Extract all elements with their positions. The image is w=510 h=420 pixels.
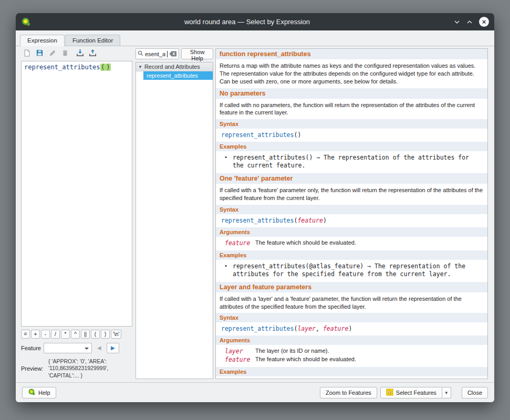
titlebar[interactable]: world round area — Select by Expression … — [16, 13, 494, 30]
select-features-split-button: Select Features ▾ — [380, 387, 451, 398]
syntax-label: Syntax — [216, 205, 487, 214]
function-help-panel: function represent_attributes Returns a … — [215, 48, 488, 379]
expression-code-editor[interactable]: represent_attributes() — [21, 61, 132, 327]
desktop: { "colors": { "titlebar_bg": "#31363b", … — [0, 0, 510, 420]
text-caret — [167, 51, 168, 57]
expression-toolbar — [21, 48, 132, 61]
next-arrow-icon: ▶ — [111, 345, 115, 351]
section-description: If called with no parameters, the functi… — [216, 100, 487, 119]
feature-combobox[interactable] — [44, 343, 92, 353]
function-tree[interactable]: ▼ Record and Attributes represent_attrib… — [136, 62, 213, 379]
delete-expression-button[interactable] — [59, 48, 70, 59]
argument-description: The layer (or its ID or name). — [255, 348, 484, 355]
operator-concat-button[interactable]: || — [81, 330, 90, 339]
help-button-label: Help — [38, 390, 50, 396]
examples-label: Examples — [216, 250, 487, 260]
trash-icon — [61, 49, 69, 58]
close-icon: × — [482, 18, 486, 26]
argument-row: layer The layer (or its ID or name). — [220, 347, 484, 355]
close-window-button[interactable]: × — [479, 17, 489, 27]
new-expression-button[interactable] — [22, 48, 33, 59]
select-features-button[interactable]: Select Features — [380, 387, 442, 398]
operator-multiply-button[interactable]: * — [61, 330, 70, 339]
search-icon — [138, 50, 143, 57]
select-features-dropdown-button[interactable]: ▾ — [442, 387, 451, 398]
argument-name: feature — [220, 239, 255, 247]
search-input[interactable]: esent_a — [136, 48, 179, 59]
save-icon — [36, 49, 44, 58]
export-up-arrow-icon — [89, 49, 97, 58]
new-file-icon — [23, 49, 31, 59]
chevron-up-icon[interactable] — [466, 20, 473, 24]
preview-row: Preview: { 'APPROX': '0', 'AREA': '110,8… — [21, 358, 132, 379]
argument-name: feature — [220, 356, 255, 363]
tree-group-record-and-attributes[interactable]: ▼ Record and Attributes — [136, 62, 213, 71]
tab-expression[interactable]: Expression — [20, 35, 65, 46]
operator-newline-button[interactable]: '\n' — [111, 330, 121, 339]
feature-row: Feature ◀ ▶ — [21, 343, 132, 353]
edit-expression-button[interactable] — [47, 48, 58, 59]
show-help-button[interactable]: Show Help — [181, 48, 213, 59]
preview-value: { 'APPROX': '0', 'AREA': '110,8639582319… — [48, 358, 123, 379]
chevron-down-icon[interactable] — [454, 20, 460, 24]
section-heading: One 'feature' parameter — [216, 173, 487, 184]
import-down-arrow-icon — [76, 49, 84, 58]
argument-row: feature The feature which should be eval… — [220, 239, 484, 247]
prev-arrow-icon: ◀ — [97, 345, 101, 351]
section-description: If called with a 'layer' and a 'feature'… — [216, 293, 487, 312]
dropdown-arrow-icon: ▾ — [445, 390, 448, 395]
operator-buttons: = + - / * ^ || ( ) '\n' — [21, 330, 132, 339]
help-content[interactable]: function represent_attributes Returns a … — [215, 48, 488, 379]
import-expressions-button[interactable] — [75, 48, 86, 59]
pencil-icon — [49, 49, 56, 58]
next-feature-button[interactable]: ▶ — [107, 343, 119, 353]
help-icon — [28, 388, 36, 397]
example-item: represent_attributes(@atlas_feature) → T… — [216, 261, 487, 281]
operator-close-paren-button[interactable]: ) — [101, 330, 110, 339]
examples-label: Examples — [216, 142, 487, 151]
operator-plus-button[interactable]: + — [31, 330, 40, 339]
tab-function-editor[interactable]: Function Editor — [65, 35, 120, 46]
argument-name: layer — [220, 348, 255, 355]
operator-equals-button[interactable]: = — [21, 330, 30, 339]
window-title: world round area — Select by Expression — [47, 18, 447, 26]
tree-item-represent-attributes[interactable]: represent_attributes — [143, 71, 213, 80]
close-button[interactable]: Close — [462, 387, 488, 398]
select-features-label: Select Features — [396, 390, 436, 396]
operator-power-button[interactable]: ^ — [71, 330, 80, 339]
argument-row: feature The feature which should be eval… — [220, 355, 484, 364]
zoom-to-features-button[interactable]: Zoom to Features — [320, 387, 377, 398]
tree-expander-icon[interactable]: ▼ — [138, 65, 142, 69]
export-expressions-button[interactable] — [87, 48, 98, 59]
arguments-table: layer The layer (or its ID or name). fea… — [216, 346, 487, 366]
previous-feature-button[interactable]: ◀ — [95, 343, 104, 353]
help-title: function represent_attributes — [216, 49, 487, 59]
feature-label: Feature — [21, 345, 41, 351]
arguments-label: Arguments — [216, 227, 487, 237]
select-features-icon — [386, 388, 393, 397]
titlebar-controls: × — [454, 17, 489, 27]
help-intro: Returns a map with the attribute names a… — [216, 60, 487, 87]
argument-description: The feature which should be evaluated. — [255, 356, 484, 363]
section-heading: Layer and feature parameters — [216, 282, 487, 292]
arguments-label: Arguments — [216, 335, 487, 345]
section-description: If called with a 'feature' parameter onl… — [216, 185, 487, 204]
dialog-footer: Help Zoom to Features Select Features ▾ … — [16, 382, 494, 402]
save-expression-button[interactable] — [34, 48, 45, 59]
search-row: esent_a Show Help — [136, 48, 213, 59]
expression-panel: represent_attributes() = + - / * ^ || ( … — [21, 48, 132, 379]
function-list-panel: esent_a Show Help ▼ Record and Attribute… — [136, 48, 213, 379]
combo-dropdown-icon — [85, 348, 89, 352]
example-item: represent_attributes('atlas_layer', @atl… — [216, 377, 487, 379]
help-button[interactable]: Help — [22, 387, 56, 398]
expression-code-line: represent_attributes() — [24, 64, 129, 71]
syntax-label: Syntax — [216, 313, 487, 322]
examples-label: Examples — [216, 367, 487, 376]
operator-minus-button[interactable]: - — [41, 330, 50, 339]
clear-search-icon[interactable] — [169, 51, 177, 57]
preview-label: Preview: — [21, 365, 45, 372]
qgis-logo-icon — [21, 17, 31, 27]
select-by-expression-dialog: world round area — Select by Expression … — [16, 13, 494, 402]
operator-divide-button[interactable]: / — [51, 330, 60, 339]
operator-open-paren-button[interactable]: ( — [91, 330, 100, 339]
